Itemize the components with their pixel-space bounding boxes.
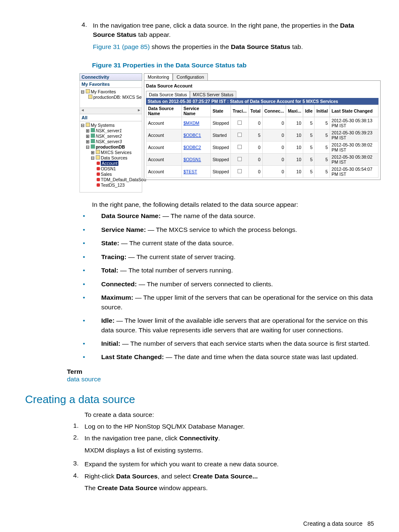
field-descriptions: Data Source Name: — The name of the data…	[92, 211, 374, 362]
tree-row[interactable]: Sales	[81, 172, 141, 177]
bullet-item: Connected: — The number of servers conne…	[101, 280, 374, 289]
fav-item: My Favorites	[91, 89, 116, 94]
bullet-item: Service Name: — The MXCS service to whic…	[101, 225, 374, 234]
column-header[interactable]: Total	[248, 105, 262, 117]
column-header[interactable]: Traci...	[231, 105, 248, 117]
tree-row[interactable]: ⊟ My Favorites	[81, 89, 141, 94]
column-header[interactable]: Idle	[303, 105, 315, 117]
table-row[interactable]: Account$ODBC2Stopped0010552012-05-30 05:…	[146, 141, 379, 153]
cell-tracing	[231, 117, 248, 129]
column-header[interactable]: Last State Changed	[330, 105, 378, 117]
tree-row[interactable]: ⊞ MXCS Services	[81, 150, 141, 155]
checkbox-icon	[238, 133, 242, 137]
server-icon	[91, 134, 95, 138]
subtab-server[interactable]: MXCS Server Status	[190, 91, 236, 98]
column-header[interactable]: State	[211, 105, 231, 117]
column-header[interactable]: Connec...	[262, 105, 286, 117]
checkbox-icon	[238, 145, 242, 149]
cell-idle: 5	[303, 129, 315, 141]
checkbox-icon	[238, 169, 242, 173]
step-row: 3.Expand the system for which you want t…	[67, 460, 374, 469]
tree-row[interactable]: ⊞ NSK_server1	[81, 128, 141, 133]
folder-icon	[96, 155, 100, 159]
cell-last: 2012-05-30 05:39:23 PM IST	[330, 129, 378, 141]
tree-item: My Systems	[91, 123, 115, 128]
cell-conn: 0	[262, 141, 286, 153]
tree-row[interactable]: ⊟ My Systems	[81, 123, 141, 128]
cell-last: 2012-05-30 05:38:02 PM IST	[330, 153, 378, 165]
table-row[interactable]: Account$ODBC1Started5010552012-05-30 05:…	[146, 129, 379, 141]
step-number: 2.	[67, 434, 84, 457]
checkbox-icon	[238, 121, 242, 125]
cell-last: 2012-05-30 05:38:13 PM IST	[330, 117, 378, 129]
tree-row[interactable]: Account	[81, 161, 141, 166]
tree-row[interactable]: ⊞ NSK_server2	[81, 134, 141, 139]
create-intro: To create a data source:	[84, 410, 374, 419]
cell-total: 0	[248, 141, 262, 153]
favorites-tree[interactable]: ⊟ My Favorites productionDB: MXCS Servic…	[79, 88, 142, 108]
bullet-item: Idle: — The lower limit of the available…	[101, 316, 374, 335]
column-header[interactable]: Service Name	[182, 105, 211, 117]
tree-row[interactable]: productionDB: MXCS Service	[81, 95, 141, 100]
cell-state: Stopped	[211, 153, 231, 165]
term-link[interactable]: data source	[67, 375, 374, 383]
cell-svc[interactable]: $MXDM	[182, 117, 211, 129]
column-header[interactable]: Initial	[315, 105, 330, 117]
datasource-icon	[97, 167, 100, 170]
column-header[interactable]: Maxi...	[286, 105, 303, 117]
step-body: In the navigation tree pane, click Conne…	[84, 434, 374, 457]
subtab-status[interactable]: Data Source Status	[146, 91, 190, 98]
tree-item: Sales	[101, 172, 112, 177]
folder-icon	[96, 150, 100, 154]
step-body: Expand the system for which you want to …	[84, 460, 374, 469]
tree-item: Data Sources	[101, 155, 128, 160]
cell-state: Started	[211, 129, 231, 141]
table-row[interactable]: Account$MXDMStopped0010552012-05-30 05:3…	[146, 117, 379, 129]
figure-ref-link[interactable]: Figure 31 (page 85)	[93, 43, 150, 50]
bullet-item: Initial: — The number of servers that ea…	[101, 339, 374, 348]
cell-svc[interactable]: $TEST	[182, 165, 211, 177]
table-row[interactable]: Account$ODSN1Stopped0010552012-05-30 05:…	[146, 153, 379, 165]
cell-max: 10	[286, 117, 303, 129]
step-number: 4.	[67, 472, 84, 495]
cell-conn: 0	[262, 153, 286, 165]
column-header[interactable]: Data Source Name	[146, 105, 182, 117]
cell-total: 0	[248, 117, 262, 129]
cell-svc[interactable]: $ODBC1	[182, 129, 211, 141]
tree-row[interactable]: ⊟ productionDB	[81, 144, 141, 149]
tree-item: NSK_server1	[96, 128, 122, 133]
cell-svc[interactable]: $ODSN1	[182, 153, 211, 165]
step-number: 3.	[67, 460, 84, 469]
table-row[interactable]: Account$TESTStopped0010552012-05-30 05:5…	[146, 165, 379, 177]
step-row: 2.In the navigation tree pane, click Con…	[67, 434, 374, 457]
tree-item: TestDS_123	[101, 182, 125, 188]
step-row: 1.Log on to the HP NonStop SQL/MX Databa…	[67, 422, 374, 431]
content-pane: Monitoring Configuration Data Source Acc…	[144, 73, 381, 193]
cell-svc[interactable]: $ODBC2	[182, 141, 211, 153]
tree-row[interactable]: TestDS_123	[81, 182, 141, 188]
term-label: Term	[67, 368, 374, 375]
scrollbar[interactable]	[79, 108, 142, 114]
cell-dsn: Account	[146, 165, 182, 177]
tree-row[interactable]: ⊟ Data Sources	[81, 155, 141, 160]
bullet-item: Maximum: — The upper limit of the server…	[101, 293, 374, 312]
systems-tree[interactable]: ⊟ My Systems ⊞ NSK_server1 ⊞ NSK_server2…	[79, 121, 142, 193]
bullet-item: Tracing: — The current state of server t…	[101, 252, 374, 262]
tab-configuration[interactable]: Configuration	[173, 73, 207, 80]
step-body: Log on to the HP NonStop SQL/MX Database…	[84, 422, 374, 431]
page-footer: Creating a data source 85	[25, 520, 374, 527]
connectivity-header[interactable]: Connectivity	[79, 73, 142, 81]
tree-row[interactable]: TDM_Default_DataSou	[81, 177, 141, 182]
bullet-item: State: — The current state of the data s…	[101, 239, 374, 248]
account-header: Data Source Account	[146, 83, 379, 88]
tab-monitoring[interactable]: Monitoring	[144, 73, 173, 80]
folder-icon	[86, 89, 90, 93]
tree-row[interactable]: ⊞ NSK_server3	[81, 139, 141, 144]
cell-conn: 0	[262, 117, 286, 129]
tree-item: TDM_Default_DataSou	[101, 177, 146, 182]
cell-tracing	[231, 165, 248, 177]
step-body: Right-click Data Sources, and select Cre…	[84, 472, 374, 495]
tree-row[interactable]: ODSN1	[81, 166, 141, 171]
nav-pane: Connectivity My Favorites ⊟ My Favorites…	[79, 73, 142, 193]
cell-init: 5	[315, 141, 330, 153]
